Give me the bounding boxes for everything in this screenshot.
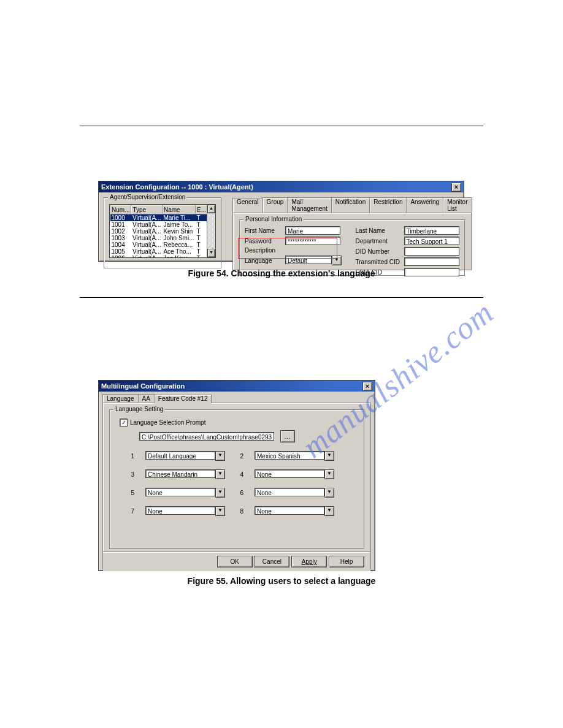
cell-num: 1000	[110, 214, 131, 222]
extension-table[interactable]: Num... Type Name E... 1000 Virtual(A... …	[110, 205, 207, 257]
scroll-track[interactable]	[207, 213, 215, 249]
titlebar: Multilingual Configuration ×	[99, 381, 375, 392]
col-type[interactable]: Type	[131, 205, 163, 214]
language-slot-8[interactable]: None▼	[255, 506, 334, 516]
label-language-selection-prompt: Language Selection Prompt	[130, 419, 205, 426]
cell-type: Virtual(A...	[131, 214, 163, 222]
label-last-name: Last Name	[356, 227, 402, 234]
slot-number-5: 5	[127, 490, 134, 496]
transmitted-cid-input[interactable]	[404, 257, 459, 266]
language-slot-1[interactable]: Default Language▼	[145, 451, 225, 461]
tab-language[interactable]: Language	[102, 394, 139, 403]
chevron-down-icon[interactable]: ▼	[324, 451, 334, 461]
table-row[interactable]: 1000 Virtual(A... Marie Ti... T	[110, 214, 207, 222]
tab-aa[interactable]: AA	[138, 394, 155, 403]
label-first-name: First Name	[245, 227, 283, 234]
label-department: Department	[356, 238, 402, 245]
table-row[interactable]: 1001Virtual(A...Jaime To...T	[110, 221, 207, 228]
language-slot-3[interactable]: Chinese Mandarin▼	[145, 469, 225, 479]
col-num[interactable]: Num...	[110, 205, 131, 214]
tab-general[interactable]: General	[232, 198, 263, 213]
table-row[interactable]: 1003Virtual(A...John Smi...T	[110, 235, 207, 241]
multilingual-configuration-dialog: Multilingual Configuration × Language AA…	[98, 380, 375, 571]
scrollbar[interactable]: ▲ ▼	[207, 205, 215, 257]
browse-button[interactable]: …	[280, 430, 295, 442]
cell-e: T	[195, 214, 207, 222]
language-slot-2[interactable]: Mexico Spanish▼	[255, 451, 334, 461]
chevron-down-icon[interactable]: ▼	[215, 506, 225, 516]
label-did-number: DID Number	[356, 248, 402, 255]
chevron-down-icon[interactable]: ▼	[215, 451, 225, 461]
figure-caption-1: Figure 54. Choosing the extension's lang…	[0, 268, 563, 278]
group-personal-information: Personal Information	[243, 216, 304, 222]
figure-caption-2: Figure 55. Allowing users to select a la…	[0, 576, 563, 586]
close-icon[interactable]: ×	[451, 183, 461, 192]
apply-button[interactable]: Apply	[291, 556, 327, 567]
close-icon[interactable]: ×	[362, 382, 372, 391]
col-name[interactable]: Name	[162, 205, 195, 214]
language-slot-7[interactable]: None▼	[145, 506, 225, 516]
last-name-input[interactable]: Timberlane	[404, 226, 459, 235]
slot-number-6: 6	[236, 490, 243, 496]
label-transmitted-cid: Transmitted CID	[356, 259, 402, 265]
cancel-button[interactable]: Cancel	[254, 556, 289, 567]
tab-monitor-list[interactable]: Monitor List	[443, 197, 472, 213]
ok-button[interactable]: OK	[217, 556, 253, 567]
chevron-down-icon[interactable]: ▼	[324, 469, 334, 479]
first-name-input[interactable]: Marie	[285, 226, 340, 235]
section-rule-2	[80, 297, 483, 298]
table-row[interactable]: 1006Virtual(A...Jan Kaw...T	[110, 255, 207, 257]
tab-strip: General Group Mail Management Notificati…	[229, 195, 475, 213]
tab-group[interactable]: Group	[262, 197, 288, 213]
tab-notification[interactable]: Notification	[331, 197, 370, 213]
slot-number-2: 2	[236, 453, 243, 460]
help-button[interactable]: Help	[329, 556, 364, 567]
language-slot-4[interactable]: None▼	[255, 469, 334, 479]
chevron-down-icon[interactable]: ▼	[215, 488, 225, 498]
scroll-down-icon[interactable]: ▼	[207, 249, 215, 257]
chevron-down-icon[interactable]: ▼	[215, 469, 225, 479]
phrase-path-input[interactable]: C:\PostOffice\phrases\LangCustom\phrase0…	[139, 432, 274, 441]
section-rule-1	[80, 126, 483, 126]
group-agent-extension: Agent/Supervisor/Extension	[108, 194, 187, 200]
tab-answering[interactable]: Answering	[406, 197, 443, 213]
language-slot-5[interactable]: None▼	[145, 488, 225, 498]
chevron-down-icon[interactable]: ▼	[324, 506, 334, 516]
window-title: Extension Configuration -- 1000 : Virtua…	[101, 183, 253, 191]
slot-number-4: 4	[236, 471, 243, 478]
titlebar: Extension Configuration -- 1000 : Virtua…	[99, 181, 464, 192]
table-row[interactable]: 1002Virtual(A...Kevin ShinT	[110, 228, 207, 235]
tab-feature-code-12[interactable]: Feature Code #12	[154, 395, 212, 403]
slot-number-7: 7	[127, 508, 134, 515]
language-slot-6[interactable]: None▼	[255, 488, 334, 498]
extension-configuration-dialog: Extension Configuration -- 1000 : Virtua…	[98, 181, 464, 262]
slot-number-3: 3	[127, 471, 134, 478]
slot-number-1: 1	[127, 453, 134, 460]
col-e[interactable]: E...	[195, 205, 207, 214]
tab-mail-management[interactable]: Mail Management	[287, 197, 331, 213]
tab-restriction[interactable]: Restriction	[369, 197, 407, 213]
group-language-setting: Language Setting	[113, 406, 165, 412]
tab-strip: Language AA Feature Code #12	[99, 392, 375, 403]
table-header[interactable]: Num... Type Name E...	[110, 205, 207, 214]
table-row[interactable]: 1004Virtual(A...Rebecca...T	[110, 241, 207, 248]
highlight-language-box	[238, 238, 337, 259]
language-selection-prompt-checkbox[interactable]: ✓	[120, 419, 128, 427]
cell-name: Marie Ti...	[162, 214, 195, 222]
window-title: Multilingual Configuration	[101, 382, 185, 390]
chevron-down-icon[interactable]: ▼	[324, 488, 334, 498]
table-row[interactable]: 1005Virtual(A...Ace Tho...T	[110, 248, 207, 255]
department-input[interactable]: Tech Support 1	[404, 237, 459, 245]
scroll-up-icon[interactable]: ▲	[207, 205, 215, 213]
did-input[interactable]	[404, 247, 459, 256]
slot-number-8: 8	[236, 508, 243, 515]
